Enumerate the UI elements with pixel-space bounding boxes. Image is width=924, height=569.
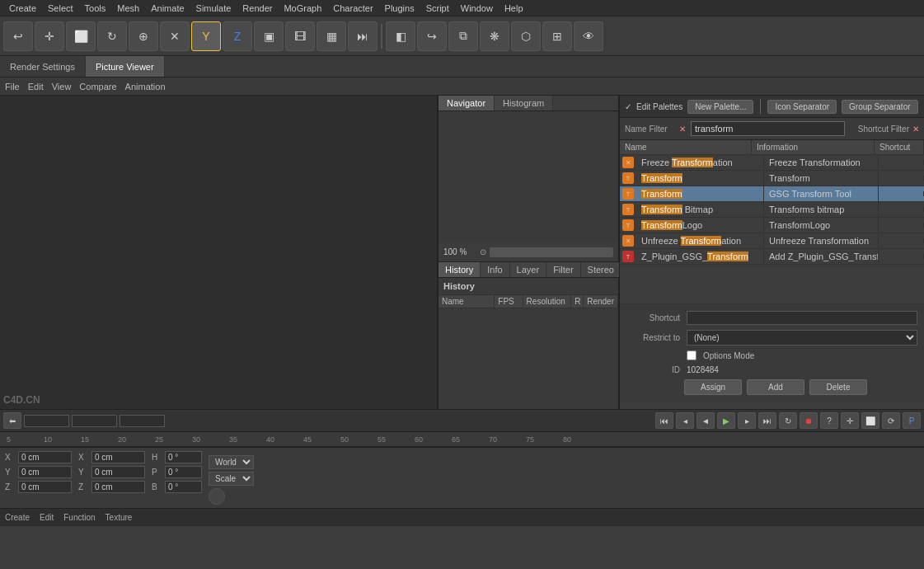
table-row[interactable]: T Transform Bitmap Transforms bitmap [620, 202, 924, 218]
coord-z1-input[interactable] [18, 481, 72, 493]
tl-end-frame[interactable]: 90 F [72, 415, 117, 427]
hist-tab-history[interactable]: History [439, 262, 481, 277]
table-row[interactable]: T Transform GSG Transform Tool [620, 186, 924, 202]
menu-animate[interactable]: Animate [145, 3, 190, 13]
tl-loop-btn[interactable]: ↻ [779, 412, 797, 429]
tool-transform[interactable]: ⊕ [129, 21, 158, 51]
name-filter-clear[interactable]: ✕ [679, 125, 686, 134]
name-filter-input[interactable] [691, 121, 845, 136]
tool-redo[interactable]: ↪ [417, 21, 447, 51]
tl-preview-btn[interactable]: P [903, 412, 921, 429]
coord-x1-input[interactable] [18, 451, 72, 463]
tool-cam[interactable]: 👁 [574, 21, 603, 51]
coord-x2-input[interactable] [91, 451, 145, 463]
tl-prev-btn[interactable]: ⬅ [3, 412, 21, 429]
tl-help-btn[interactable]: ? [820, 412, 838, 429]
table-row[interactable]: ✕ Freeze Transformation Freeze Transform… [620, 155, 924, 171]
picture-viewer-canvas[interactable]: C4D.CN [0, 96, 438, 409]
hist-tab-filter[interactable]: Filter [546, 262, 580, 277]
tool-delete[interactable]: ✕ [160, 21, 190, 51]
group-sep-btn[interactable]: Group Separator [842, 100, 918, 114]
tab-render-settings[interactable]: Render Settings [0, 56, 86, 77]
zoom-step-icon[interactable]: ⊙ [480, 247, 486, 256]
tl-play-rev-btn[interactable]: ◄ [697, 412, 715, 429]
add-button[interactable]: Add [747, 379, 804, 395]
sub-menu-animation[interactable]: Animation [125, 82, 166, 92]
table-row[interactable]: T Transform Transform [620, 171, 924, 186]
nav-tab-histogram[interactable]: Histogram [495, 96, 553, 111]
tool-filmstrip[interactable]: 🎞 [285, 21, 315, 51]
menu-window[interactable]: Window [455, 3, 499, 13]
hist-tab-stereo[interactable]: Stereo [581, 262, 621, 277]
tool-y-axis[interactable]: Y [191, 21, 221, 51]
tool-film2[interactable]: ▦ [317, 21, 346, 51]
shortcut-filter-clear[interactable]: ✕ [912, 125, 919, 134]
tool-deform[interactable]: ❋ [480, 21, 509, 51]
tl-refresh-btn[interactable]: ⟳ [882, 412, 900, 429]
tl-record-btn[interactable]: ⏺ [800, 412, 818, 429]
menu-mesh[interactable]: Mesh [111, 3, 145, 13]
hist-tab-layer[interactable]: Layer [510, 262, 547, 277]
tool-z-axis[interactable]: Z [223, 21, 252, 51]
nav-tab-navigator[interactable]: Navigator [439, 96, 495, 111]
tool-scale[interactable]: ⬜ [66, 21, 96, 51]
tl-play-btn[interactable]: ▶ [717, 412, 735, 429]
tl-first-btn[interactable]: ⏮ [655, 412, 673, 429]
menu-help[interactable]: Help [499, 3, 529, 13]
menu-select[interactable]: Select [42, 3, 79, 13]
menu-create[interactable]: Create [3, 3, 42, 13]
zoom-slider[interactable] [490, 247, 613, 257]
coord-b-input[interactable] [165, 481, 202, 493]
coord-h-input[interactable] [165, 451, 202, 463]
options-mode-checkbox[interactable] [687, 350, 697, 360]
coord-circle[interactable] [209, 488, 225, 505]
assign-button[interactable]: Assign [684, 379, 742, 395]
sub-menu-file[interactable]: File [5, 82, 20, 92]
bottom-texture[interactable]: Texture [106, 513, 133, 522]
tool-rotate[interactable]: ↻ [97, 21, 127, 51]
table-row[interactable]: ✕ Unfreeze Transformation Unfreeze Trans… [620, 233, 924, 249]
menu-render[interactable]: Render [237, 3, 278, 13]
table-row[interactable]: T TransformLogo TransformLogo [620, 218, 924, 233]
palette-edit-label[interactable]: Edit Palettes [636, 102, 682, 111]
tl-mark-btn[interactable]: ✛ [841, 412, 859, 429]
tool-spline[interactable]: ⧉ [448, 21, 478, 51]
hist-tab-info[interactable]: Info [481, 262, 509, 277]
bottom-edit[interactable]: Edit [40, 513, 54, 522]
tool-grid[interactable]: ⊞ [542, 21, 572, 51]
coord-p-input[interactable] [165, 466, 202, 478]
tool-move[interactable]: ✛ [35, 21, 64, 51]
tl-next-frame-btn[interactable]: ▸ [738, 412, 756, 429]
tab-picture-viewer[interactable]: Picture Viewer [86, 56, 165, 77]
tool-cube[interactable]: ◧ [386, 21, 415, 51]
shortcut-input[interactable] [687, 311, 917, 325]
bottom-create[interactable]: Create [5, 513, 30, 522]
tl-current-frame[interactable]: 90 F [120, 415, 165, 427]
tl-box-btn[interactable]: ⬜ [861, 412, 879, 429]
tool-film3[interactable]: ⏭ [348, 21, 378, 51]
tool-group[interactable]: ⬡ [511, 21, 541, 51]
sub-menu-edit[interactable]: Edit [28, 82, 44, 92]
restrict-select[interactable]: (None) [687, 330, 917, 346]
scale-select[interactable]: Scale [209, 472, 254, 486]
icon-sep-btn[interactable]: Icon Separator [767, 100, 837, 114]
coord-y2-input[interactable] [91, 466, 145, 478]
delete-button[interactable]: Delete [809, 379, 867, 395]
menu-tools[interactable]: Tools [79, 3, 112, 13]
coord-z2-input[interactable] [91, 481, 145, 493]
menu-character[interactable]: Character [327, 3, 378, 13]
coord-y1-input[interactable] [18, 466, 72, 478]
palette-checkbox[interactable]: ✓ [625, 102, 631, 111]
menu-script[interactable]: Script [420, 3, 455, 13]
tl-last-btn[interactable]: ⏭ [758, 412, 776, 429]
tool-box[interactable]: ▣ [254, 21, 284, 51]
world-select[interactable]: World [209, 455, 254, 469]
table-row[interactable]: T Z_Plugin_GSG_Transform Add Z_Plugin_GS… [620, 249, 924, 265]
menu-simulate[interactable]: Simulate [190, 3, 237, 13]
sub-menu-view[interactable]: View [52, 82, 72, 92]
tl-start-frame[interactable]: 0 F [24, 415, 69, 427]
tl-prev-frame-btn[interactable]: ◂ [676, 412, 694, 429]
new-palette-btn[interactable]: New Palette... [687, 100, 753, 114]
menu-plugins[interactable]: Plugins [379, 3, 420, 13]
sub-menu-compare[interactable]: Compare [79, 82, 116, 92]
